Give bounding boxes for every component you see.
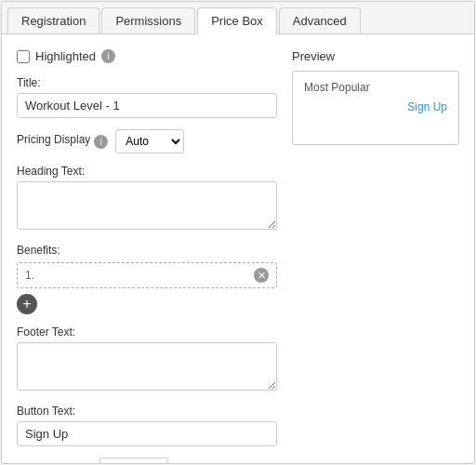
highlighted-row: Highlighted i [17, 49, 277, 63]
tab-price-box[interactable]: Price Box [197, 7, 277, 34]
preview-label: Preview [292, 49, 459, 63]
preview-most-popular: Most Popular [304, 81, 447, 94]
button-position-label: Button Position [17, 461, 92, 464]
pricing-display-label: Pricing Display [17, 133, 90, 146]
pricing-info-icon[interactable]: i [94, 135, 108, 149]
benefits-section: Benefits: 1. ✕ + [17, 244, 277, 314]
tabs-bar: Registration Permissions Price Box Advan… [2, 2, 474, 34]
tab-registration[interactable]: Registration [7, 7, 99, 33]
benefit-input[interactable] [46, 269, 248, 282]
benefits-label: Benefits: [17, 244, 277, 257]
preview-signup-link[interactable]: Sign Up [407, 100, 447, 113]
left-panel: Highlighted i Title: Pricing Display i A… [17, 49, 277, 464]
highlighted-checkbox[interactable] [17, 50, 30, 63]
right-panel: Preview Most Popular Sign Up [292, 49, 459, 464]
button-position-select[interactable]: Footer Header None [99, 458, 168, 464]
tab-permissions[interactable]: Permissions [101, 7, 195, 33]
heading-text-input[interactable] [17, 181, 277, 230]
heading-text-field-group: Heading Text: [17, 165, 277, 232]
benefit-item: 1. ✕ [17, 262, 277, 288]
add-benefit-button[interactable]: + [17, 294, 37, 314]
button-text-label: Button Text: [17, 405, 277, 418]
main-container: Registration Permissions Price Box Advan… [1, 1, 475, 464]
highlighted-label: Highlighted [35, 49, 96, 63]
benefit-remove-button[interactable]: ✕ [254, 268, 269, 283]
heading-text-label: Heading Text: [17, 165, 277, 178]
footer-text-input[interactable] [17, 342, 277, 391]
pricing-label-row: Pricing Display i [17, 133, 108, 150]
pricing-display-select[interactable]: Auto Manual Hidden [115, 129, 184, 153]
content-area: Highlighted i Title: Pricing Display i A… [2, 34, 474, 464]
title-input[interactable] [17, 93, 277, 118]
preview-box: Most Popular Sign Up [292, 71, 459, 145]
benefit-number: 1. [25, 269, 40, 282]
highlighted-info-icon[interactable]: i [101, 49, 115, 63]
pricing-display-row: Pricing Display i Auto Manual Hidden [17, 129, 277, 153]
button-text-field-group: Button Text: [17, 405, 277, 446]
footer-text-field-group: Footer Text: [17, 326, 277, 393]
title-label: Title: [17, 76, 277, 89]
button-position-row: Button Position Footer Header None [17, 458, 277, 464]
title-field-group: Title: [17, 76, 277, 118]
button-text-input[interactable] [17, 421, 277, 446]
footer-text-label: Footer Text: [17, 326, 277, 339]
tab-advanced[interactable]: Advanced [279, 7, 361, 33]
